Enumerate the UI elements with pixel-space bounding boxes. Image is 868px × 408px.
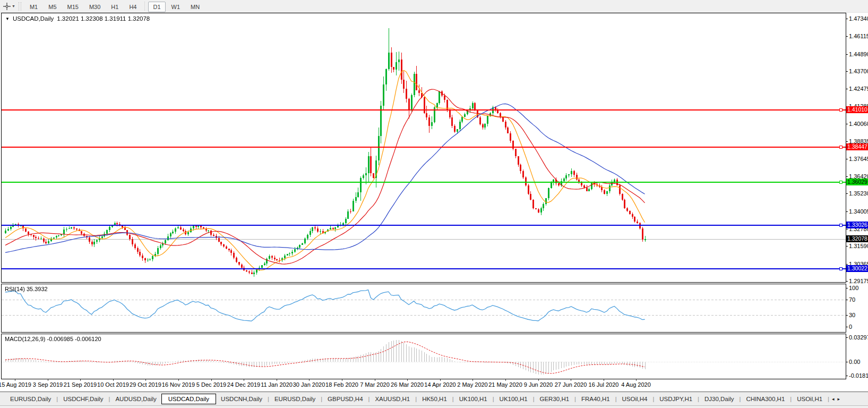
crosshair-tool-icon[interactable]: ▼: [0, 3, 16, 10]
date-axis-tick: [342, 379, 342, 381]
date-axis-label: 16 Nov 2019: [162, 381, 195, 388]
chart-ohlc-readout: 1.32021 1.32308 1.31911 1.32078: [57, 15, 150, 22]
date-axis-tick: [538, 379, 539, 381]
date-axis-tick: [636, 379, 637, 381]
macd-axis-tick: [846, 376, 848, 376]
chevron-down-icon: ▼: [12, 4, 15, 8]
candlestick-chart-canvas[interactable]: [2, 13, 846, 282]
date-axis-tick: [309, 379, 310, 381]
tab-ger30-h1[interactable]: GER30,H1: [535, 394, 574, 404]
tab-scroll-arrows[interactable]: ◂▸: [832, 396, 843, 402]
tab-usdcnh-daily[interactable]: USDCNH,Daily: [216, 394, 267, 404]
tab-uk100-h1[interactable]: UK100,H1: [454, 394, 492, 404]
tab-hk50-h1[interactable]: HK50,H1: [417, 394, 452, 404]
price-axis-tick: [846, 36, 848, 37]
timeframe-button-m5[interactable]: M5: [44, 2, 61, 12]
tab-audusd-daily[interactable]: AUDUSD,Daily: [110, 394, 161, 404]
status-strip: [0, 405, 868, 408]
price-axis-tick: [846, 54, 848, 55]
chart-tab-bar: EURUSD,Daily|USDCHF,Daily|AUDUSD,DailyUS…: [0, 392, 868, 405]
hline-price-tag: 1.41010: [846, 106, 868, 113]
timeframe-button-w1[interactable]: W1: [167, 2, 185, 12]
hline-price-tag: 1.33026: [846, 222, 868, 228]
hline-price-tag: 1.36029: [846, 178, 868, 185]
date-axis-tick: [505, 379, 506, 381]
date-axis-tick: [15, 379, 15, 381]
tab-usdjpy-h1[interactable]: USDJPY,H1: [655, 394, 697, 404]
date-axis-label: 3 Sep 2019: [33, 381, 63, 388]
macd-axis-label: 0.00: [849, 359, 860, 365]
macd-axis-tick: [846, 362, 848, 362]
price-axis-tick: [846, 246, 848, 246]
price-axis-label: 1.47340: [849, 15, 868, 22]
tab-usoil-h1[interactable]: USOil,H1: [792, 394, 827, 404]
macd-indicator-canvas[interactable]: [2, 334, 846, 379]
chart-symbol-label: USDCAD,Daily: [13, 15, 54, 22]
rsi-indicator-canvas[interactable]: [2, 284, 846, 332]
date-axis-tick: [407, 379, 408, 381]
rsi-axis-tick: [846, 300, 848, 300]
toolbar-grip: [19, 2, 21, 11]
date-axis-label: 24 Dec 2019: [227, 381, 260, 388]
toolbar-separator: [144, 2, 145, 11]
date-axis-label: 7 Mar 2020: [360, 381, 390, 388]
timeframe-button-d1[interactable]: D1: [148, 2, 165, 12]
date-axis-label: 4 Aug 2020: [621, 381, 651, 388]
macd-axis-label: 0.032972: [849, 334, 868, 341]
date-axis-label: 21 May 2020: [488, 381, 522, 388]
price-axis-tick: [846, 89, 848, 89]
rsi-axis-label: 100: [849, 285, 858, 291]
price-chart-panel: ▼ USDCAD,Daily 1.32021 1.32308 1.31911 1…: [1, 13, 846, 283]
date-axis-tick: [113, 379, 114, 381]
date-axis-label: 21 Sep 2019: [64, 381, 97, 388]
timeframe-button-m15[interactable]: M15: [63, 2, 83, 12]
date-axis-tick: [80, 379, 81, 381]
tab-eurusd-daily[interactable]: EURUSD,Daily: [270, 394, 320, 404]
timeframe-button-h1[interactable]: H1: [106, 2, 123, 12]
price-axis-tick: [846, 19, 848, 19]
price-axis-tick: [846, 264, 848, 265]
tab-eurusd-daily[interactable]: EURUSD,Daily: [5, 394, 56, 404]
rsi-axis-tick: [846, 315, 848, 316]
rsi-axis-label: 70: [849, 296, 855, 303]
tab-usdcad-daily[interactable]: USDCAD,Daily: [161, 394, 216, 404]
tab-uk100-h1[interactable]: UK100,H1: [495, 394, 532, 404]
price-axis-tick: [846, 193, 848, 194]
price-axis-tick: [846, 71, 848, 72]
tab-fra40-h1[interactable]: FRA40,H1: [577, 394, 615, 404]
macd-label: MACD(12,26,9) -0.006985 -0.006120: [5, 336, 101, 342]
date-axis-tick: [277, 379, 277, 381]
price-axis-label: 1.44890: [849, 51, 868, 57]
toolbar: ▼ M1M5M15M30H1H4D1W1MN: [0, 0, 868, 13]
date-axis-label: 30 Jan 2020: [293, 381, 325, 388]
date-axis-label: 27 Jun 2020: [555, 381, 587, 388]
timeframe-button-m1[interactable]: M1: [25, 2, 42, 12]
tab-usoil-h4[interactable]: USOil,H4: [617, 394, 652, 404]
timeframe-button-h4[interactable]: H4: [124, 2, 141, 12]
price-axis-tick: [846, 141, 848, 142]
price-axis-label: 1.40060: [849, 121, 868, 127]
tab-usdchf-daily[interactable]: USDCHF,Daily: [58, 394, 108, 404]
tab-gbpusd-h4[interactable]: GBPUSD,H4: [323, 394, 367, 404]
price-axis-label: 1.31590: [849, 243, 868, 249]
date-axis-tick: [244, 379, 244, 381]
tab-xauusd-h1[interactable]: XAUUSD,H1: [370, 394, 415, 404]
date-axis-tick: [375, 379, 375, 381]
date-axis-tick: [604, 379, 604, 381]
chart-menu-icon[interactable]: ▼: [5, 16, 10, 21]
date-axis-label: 5 Dec 2019: [196, 381, 226, 388]
price-axis-tick: [846, 229, 848, 230]
hline-price-tag: 1.30022: [846, 265, 868, 272]
trading-terminal-window: ▼ M1M5M15M30H1H4D1W1MN ▼ USDCAD,Daily 1.…: [0, 0, 868, 408]
timeframe-button-m30[interactable]: M30: [84, 2, 105, 12]
price-axis-label: 1.43700: [849, 68, 868, 74]
tab-dj30-daily[interactable]: DJ30,Daily: [700, 394, 739, 404]
date-axis-label: 29 Oct 2019: [130, 381, 161, 388]
date-axis-label: 18 Feb 2020: [325, 381, 358, 388]
tab-china300-h1[interactable]: CHINA300,H1: [741, 394, 789, 404]
timeframe-button-mn[interactable]: MN: [186, 2, 204, 12]
date-axis-label: 10 Oct 2019: [97, 381, 129, 388]
price-axis-tick: [846, 176, 848, 177]
price-axis-label: 1.34005: [849, 208, 868, 215]
date-axis-tick: [145, 379, 146, 381]
